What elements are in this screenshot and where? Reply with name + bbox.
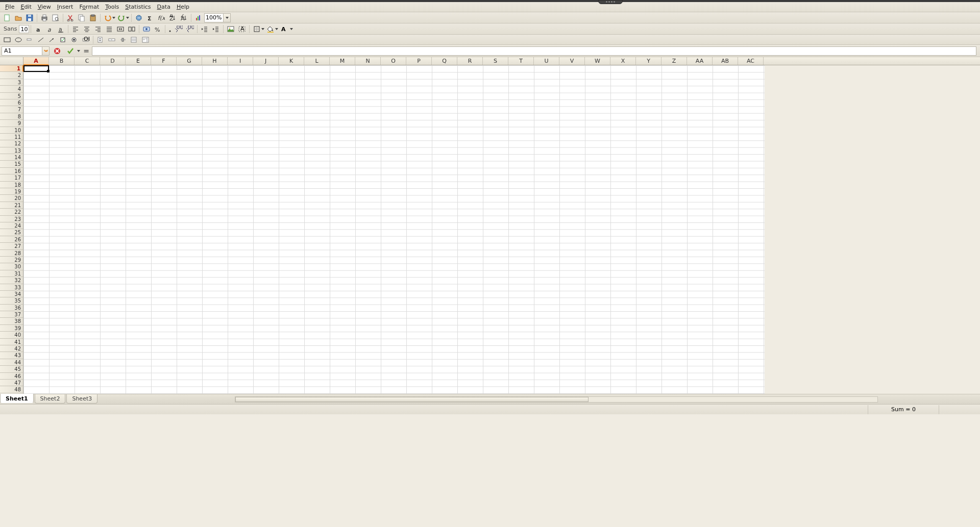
spin-button-icon[interactable] [95,35,106,45]
row-header[interactable]: 5 [0,93,23,99]
row-header[interactable]: 39 [0,325,23,332]
align-center-icon[interactable] [81,24,92,34]
column-header[interactable]: A [23,57,49,65]
function-icon[interactable]: f(x) [156,13,167,23]
row-header[interactable]: 42 [0,345,23,352]
menu-file[interactable]: File [2,3,17,11]
cell-grid[interactable] [23,65,765,394]
decrease-indent-icon[interactable] [199,24,210,34]
cell-reference-input[interactable] [2,47,42,55]
new-file-icon[interactable] [2,13,13,23]
print-icon[interactable] [39,13,50,23]
menu-insert[interactable]: Insert [54,3,77,11]
row-header[interactable]: 24 [0,222,23,229]
currency-icon[interactable] [141,24,152,34]
increase-decimal-icon[interactable]: .00 [173,24,184,34]
row-header[interactable]: 47 [0,380,23,386]
cell-reference-box[interactable] [2,46,50,56]
column-header[interactable]: H [202,57,228,65]
cut-icon[interactable] [65,13,76,23]
row-header[interactable]: 10 [0,127,23,134]
font-size-input[interactable]: 10 [19,25,29,33]
line-icon[interactable] [35,35,46,45]
row-header[interactable]: 6 [0,99,23,106]
row-header[interactable]: 21 [0,202,23,209]
column-header[interactable]: S [483,57,508,65]
active-cell-cursor[interactable] [23,65,49,72]
row-header[interactable]: 31 [0,270,23,277]
column-header[interactable]: D [100,57,126,65]
row-header[interactable]: 2 [0,72,23,79]
row-header[interactable]: 3 [0,79,23,86]
column-header[interactable]: X [610,57,636,65]
row-header[interactable]: 26 [0,236,23,243]
row-header[interactable]: 1 [0,65,23,72]
image-icon[interactable] [225,24,236,34]
align-right-icon[interactable] [92,24,104,34]
zoom-combobox[interactable] [204,13,231,22]
thousands-icon[interactable] [167,24,173,34]
column-header[interactable]: P [406,57,432,65]
horizontal-scrollbar[interactable] [235,396,878,403]
row-header[interactable]: 22 [0,209,23,215]
window-gripper[interactable] [598,0,623,4]
accept-dropdown[interactable] [77,50,81,52]
column-header[interactable]: R [457,57,483,65]
hyperlink-icon[interactable] [133,13,144,23]
column-header[interactable]: L [304,57,330,65]
fill-color-icon[interactable] [265,24,276,34]
radio-form-icon[interactable] [69,35,80,45]
menu-statistics[interactable]: Statistics [122,3,154,11]
text-label-icon[interactable] [24,35,35,45]
horizontal-scroll-thumb[interactable] [235,397,589,402]
column-header[interactable]: V [559,57,585,65]
row-header[interactable]: 46 [0,373,23,380]
menu-data[interactable]: Data [154,3,174,11]
formula-input[interactable] [92,47,976,55]
save-icon[interactable] [24,13,35,23]
bold-icon[interactable]: a [33,24,44,34]
select-all-corner[interactable] [0,57,23,65]
increase-indent-icon[interactable] [210,24,222,34]
row-header[interactable]: 15 [0,161,23,167]
listbox-form-icon[interactable] [129,35,140,45]
row-header[interactable]: 28 [0,250,23,257]
menu-format[interactable]: Format [76,3,102,11]
column-header[interactable]: Y [636,57,662,65]
combobox-form-icon[interactable] [140,35,151,45]
align-left-icon[interactable] [70,24,81,34]
undo-icon[interactable] [102,13,113,23]
row-header[interactable]: 19 [0,188,23,195]
scrollbar-form-icon[interactable] [106,35,117,45]
row-header[interactable]: 29 [0,257,23,263]
menu-help[interactable]: Help [174,3,192,11]
italic-icon[interactable]: a [44,24,55,34]
open-file-icon[interactable] [13,13,24,23]
column-header[interactable]: T [508,57,534,65]
column-header[interactable]: K [279,57,304,65]
sheet-tab[interactable]: Sheet2 [35,394,66,404]
column-header[interactable]: E [126,57,151,65]
decrease-decimal-icon[interactable]: .00 [184,24,195,34]
row-header[interactable]: 37 [0,311,23,318]
row-header[interactable]: 20 [0,195,23,202]
formula-input-container[interactable] [92,46,976,56]
sheet-tab[interactable]: Sheet3 [66,394,97,404]
row-header[interactable]: 7 [0,106,23,113]
row-header[interactable]: 14 [0,154,23,161]
merge-cells-icon[interactable] [115,24,126,34]
align-justify-icon[interactable] [104,24,115,34]
sort-desc-icon[interactable]: ZA [178,13,189,23]
rectangle-icon[interactable] [2,35,13,45]
zoom-input[interactable] [205,14,223,22]
split-cells-icon[interactable] [126,24,137,34]
borders-icon[interactable] [251,24,262,34]
row-header[interactable]: 32 [0,277,23,284]
row-header[interactable]: 23 [0,216,23,222]
column-header[interactable]: AC [738,57,764,65]
underline-icon[interactable]: a [55,24,66,34]
row-header[interactable]: 45 [0,366,23,372]
column-header[interactable]: Q [432,57,457,65]
row-header[interactable]: 35 [0,297,23,304]
zoom-dropdown-icon[interactable] [223,14,230,22]
